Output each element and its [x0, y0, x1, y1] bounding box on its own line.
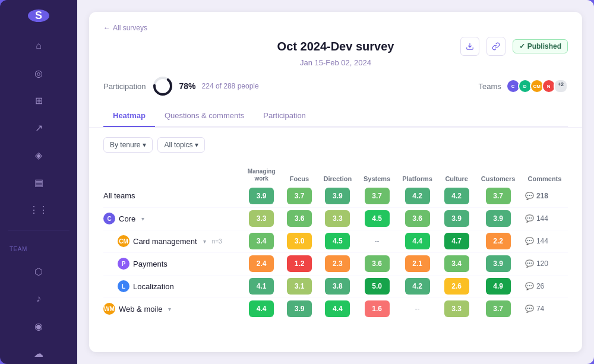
heatmap-cell[interactable]: 4.2: [396, 185, 438, 207]
tab-questions[interactable]: Questions & comments: [155, 105, 254, 127]
heatmap-cell[interactable]: 3.9: [242, 185, 281, 207]
expand-chevron-icon[interactable]: ▾: [141, 216, 144, 222]
heatmap-table: Managingwork Focus Direction Systems Pla…: [103, 162, 568, 320]
cell-score: 4.5: [365, 210, 390, 227]
heatmap-cell[interactable]: 4.2: [438, 185, 475, 207]
chevron-down-icon: ▾: [143, 141, 146, 149]
cell-score: 4.4: [325, 300, 350, 317]
heatmap-cell[interactable]: 3.8: [318, 275, 358, 297]
heatmap-cell[interactable]: 3.7: [281, 185, 317, 207]
sidebar-item-home[interactable]: ⌂: [27, 34, 50, 58]
sidebar-item-team3[interactable]: ◉: [27, 314, 50, 338]
team-icon: WM: [103, 303, 115, 315]
heatmap-cell[interactable]: 3.7: [475, 185, 522, 207]
heatmap-cell[interactable]: 4.5: [358, 207, 396, 230]
expand-chevron-icon[interactable]: ▾: [203, 238, 206, 245]
team-label: Web & moile: [119, 305, 162, 314]
download-button[interactable]: [460, 37, 479, 56]
heatmap-cell[interactable]: 3.6: [358, 252, 396, 275]
heatmap-cell[interactable]: --: [358, 230, 396, 252]
heatmap-cell[interactable]: 4.2: [396, 275, 438, 297]
heatmap-cell[interactable]: 3.4: [242, 230, 281, 252]
heatmap-cell[interactable]: 3.1: [281, 275, 317, 297]
heatmap-cell[interactable]: 2.1: [396, 252, 438, 275]
heatmap-cell[interactable]: 3.3: [318, 207, 358, 230]
tab-heatmap[interactable]: Heatmap: [103, 105, 155, 127]
cell-score: 3.3: [249, 210, 274, 227]
comment-bubble-icon: 💬: [525, 259, 534, 268]
comment-cell[interactable]: 💬144: [522, 207, 568, 230]
heatmap-cell[interactable]: 2.6: [438, 275, 475, 297]
table-row: All teams3.93.73.93.74.24.23.7💬218: [103, 185, 568, 207]
heatmap-cell[interactable]: 3.0: [281, 230, 317, 252]
heatmap-cell[interactable]: 5.0: [358, 275, 396, 297]
comment-cell[interactable]: 💬218: [522, 185, 568, 207]
heatmap-cell[interactable]: 4.4: [396, 230, 438, 252]
team-name-cell: All teams: [103, 185, 242, 207]
comment-bubble-icon: 💬: [525, 305, 534, 313]
filter-tenure[interactable]: By tenure ▾: [103, 137, 153, 153]
tabs-row: Heatmap Questions & comments Participati…: [103, 105, 568, 127]
cell-score: 3.7: [486, 188, 511, 204]
heatmap-cell[interactable]: 3.9: [475, 207, 522, 230]
cell-score: 4.1: [249, 278, 274, 295]
comment-cell[interactable]: 💬120: [522, 252, 568, 275]
heatmap-cell[interactable]: 3.3: [242, 207, 281, 230]
sidebar-item-doc[interactable]: ▤: [27, 170, 50, 194]
sidebar-item-grid[interactable]: ⊞: [27, 88, 50, 112]
heatmap-cell[interactable]: 3.7: [358, 185, 396, 207]
filter-topics[interactable]: All topics ▾: [157, 137, 205, 153]
table-row[interactable]: CMCard management▾n=33.43.04.5--4.44.72.…: [103, 230, 568, 252]
cell-score: 1.6: [365, 300, 390, 317]
heatmap-cell[interactable]: 3.9: [281, 297, 317, 320]
comment-count: 144: [536, 214, 548, 223]
heatmap-cell[interactable]: 4.5: [318, 230, 358, 252]
share-button[interactable]: [486, 37, 505, 56]
tab-participation[interactable]: Participation: [254, 105, 315, 127]
cell-score: 4.2: [444, 188, 469, 204]
back-link[interactable]: ← All surveys: [103, 24, 568, 32]
heatmap-cell[interactable]: 2.2: [475, 230, 522, 252]
heatmap-cell[interactable]: 3.9: [475, 252, 522, 275]
comment-cell[interactable]: 💬144: [522, 230, 568, 252]
heatmap-cell[interactable]: 4.7: [438, 230, 475, 252]
sidebar-item-team4[interactable]: ☁: [27, 341, 50, 364]
table-row[interactable]: CCore▾3.33.63.34.53.63.93.9💬144: [103, 207, 568, 230]
table-row[interactable]: WMWeb & moile▾4.43.94.41.6--3.33.7💬74: [103, 297, 568, 320]
cell-score: 2.6: [444, 278, 469, 295]
sidebar-item-team1[interactable]: ⬡: [27, 259, 50, 283]
heatmap-cell[interactable]: 1.6: [358, 297, 396, 320]
cell-score: 4.9: [486, 278, 511, 295]
comment-cell[interactable]: 💬74: [522, 297, 568, 320]
heatmap-cell[interactable]: 4.9: [475, 275, 522, 297]
cell-score: 3.9: [444, 210, 469, 227]
heatmap-cell[interactable]: 1.2: [281, 252, 317, 275]
sidebar: S ⌂ ◎ ⊞ ↗ ◈ ▤ ⋮⋮ Team ⬡ ♪ ◉ ☁ ✉ ⬡ ⏱ ⚙ 👤: [0, 0, 77, 364]
heatmap-cell[interactable]: 3.4: [438, 252, 475, 275]
heatmap-cell[interactable]: 3.6: [396, 207, 438, 230]
heatmap-cell[interactable]: 4.4: [318, 297, 358, 320]
heatmap-cell[interactable]: 2.4: [242, 252, 281, 275]
filter-tenure-label: By tenure: [110, 141, 140, 149]
sidebar-item-chart[interactable]: ↗: [27, 116, 50, 140]
heatmap-cell[interactable]: 3.6: [281, 207, 317, 230]
published-badge: ✓ Published: [513, 39, 568, 53]
expand-chevron-icon[interactable]: ▾: [168, 306, 171, 312]
sidebar-item-tag[interactable]: ◈: [27, 143, 50, 167]
heatmap-cell[interactable]: 3.9: [318, 185, 358, 207]
heatmap-cell[interactable]: --: [396, 297, 438, 320]
logo[interactable]: S: [28, 10, 49, 22]
heatmap-cell[interactable]: 4.1: [242, 275, 281, 297]
heatmap-cell[interactable]: 4.4: [242, 297, 281, 320]
comment-cell[interactable]: 💬26: [522, 275, 568, 297]
heatmap-cell[interactable]: 3.7: [475, 297, 522, 320]
published-label: Published: [527, 42, 561, 50]
sidebar-item-team2[interactable]: ♪: [27, 287, 50, 311]
heatmap-cell[interactable]: 3.3: [438, 297, 475, 320]
heatmap-cell[interactable]: 3.9: [438, 207, 475, 230]
teams-row: Teams C D CM N +2: [478, 79, 568, 93]
table-row: LLocalization4.13.13.85.04.22.64.9💬26: [103, 275, 568, 297]
sidebar-item-people[interactable]: ⋮⋮: [27, 198, 50, 221]
heatmap-cell[interactable]: 2.3: [318, 252, 358, 275]
sidebar-item-target[interactable]: ◎: [27, 61, 50, 85]
